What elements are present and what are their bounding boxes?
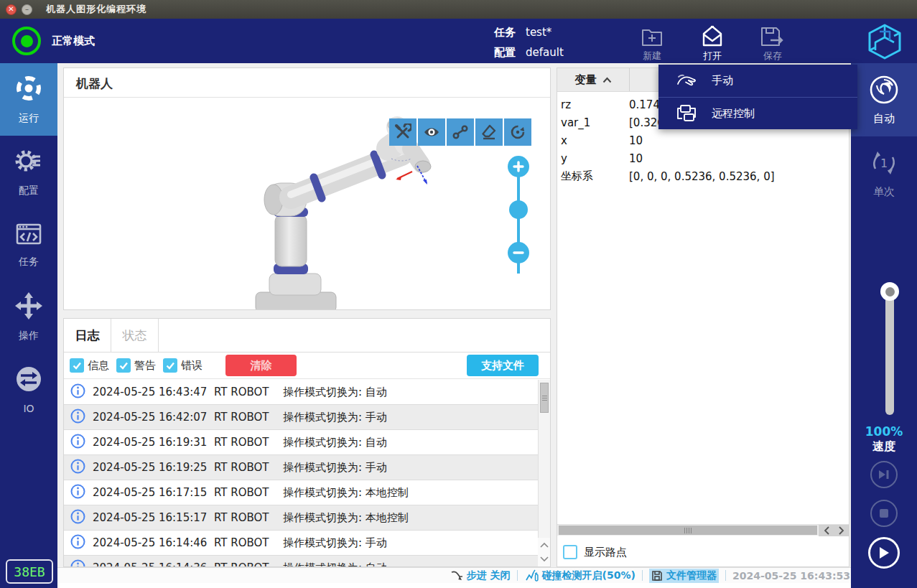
clear-log-button[interactable]: 清除 [225, 355, 297, 376]
statusbar-divider [517, 570, 518, 581]
variable-value: [0, 0, 0, 0.5236, 0.5236, 0] [629, 170, 849, 183]
visibility-button[interactable] [418, 118, 445, 146]
log-entry[interactable]: 2024-05-25 16:14:46 RT ROBOT 操作模式切换为: 手动 [64, 531, 538, 556]
single-run-label: 单次 [873, 185, 895, 199]
log-entry[interactable]: 2024-05-25 16:43:47 RT ROBOT 操作模式切换为: 自动 [64, 380, 538, 405]
close-icon[interactable]: ✕ [6, 4, 17, 15]
eraser-icon [480, 123, 498, 141]
variables-header-cell[interactable]: 变量 [557, 68, 630, 91]
log-entry[interactable]: 2024-05-25 16:19:25 RT ROBOT 操作模式切换为: 手动 [64, 455, 538, 480]
bottom-strip [57, 583, 851, 588]
operation-mode-menu: 手动 远程控制 [658, 65, 857, 129]
tab-status[interactable]: 状态 [111, 319, 159, 352]
log-source: RT ROBOT [214, 386, 283, 398]
variable-row[interactable]: y 10 [557, 149, 849, 167]
log-source: RT ROBOT [214, 536, 283, 549]
variables-hscrollbar-thumb[interactable] [559, 526, 817, 535]
log-message: 操作模式切换为: 本地控制 [283, 511, 538, 525]
file-manager-button[interactable]: 文件管理器 [649, 569, 719, 583]
log-entry[interactable]: 2024-05-25 16:17:15 RT ROBOT 操作模式切换为: 本地… [64, 480, 538, 505]
log-message: 操作模式切换为: 自动 [283, 436, 538, 449]
sidebar-item-config[interactable]: 配置 [0, 136, 57, 208]
app-header: 正常模式 任务 test* 配置 default 新建 [0, 19, 917, 63]
log-scrollbar-thumb[interactable] [540, 383, 549, 413]
log-source: RT ROBOT [214, 411, 283, 424]
scroll-right-button[interactable] [834, 525, 849, 536]
log-source: RT ROBOT [214, 561, 283, 567]
step-next-button[interactable] [870, 461, 898, 488]
collision-detect-toggle[interactable]: 碰撞检测开启(50%) [524, 569, 636, 582]
variable-row[interactable]: 坐标系 [0, 0, 0, 0.5236, 0.5236, 0] [557, 167, 849, 185]
rotate-view-button[interactable] [504, 118, 531, 146]
step-mode-label: 步进 关闭 [467, 569, 511, 582]
tab-log[interactable]: 日志 [64, 319, 111, 352]
log-message: 操作模式切换为: 手动 [283, 536, 538, 550]
step-mode-toggle[interactable]: 步进 关闭 [450, 569, 511, 582]
new-task-button[interactable]: 新建 [632, 23, 672, 62]
run-icon [14, 74, 43, 106]
checked-checkbox-icon [116, 358, 131, 373]
sidebar-item-operate[interactable]: 操作 [0, 281, 57, 353]
sidebar-operate-label: 操作 [19, 330, 39, 342]
log-list: 2024-05-25 16:43:47 RT ROBOT 操作模式切换为: 自动… [64, 380, 538, 566]
play-button[interactable] [868, 537, 900, 569]
zoom-slider-handle[interactable] [509, 200, 528, 219]
log-entry[interactable]: 2024-05-25 16:42:07 RT ROBOT 操作模式切换为: 手动 [64, 405, 538, 430]
speed-slider-track[interactable] [885, 291, 894, 415]
eraser-button[interactable] [475, 118, 503, 146]
task-label: 任务 [494, 26, 516, 39]
scroll-down-button[interactable] [538, 552, 550, 566]
sidebar-item-io[interactable]: IO [0, 353, 57, 426]
info-icon [70, 459, 85, 477]
log-entry[interactable]: 2024-05-25 16:15:17 RT ROBOT 操作模式切换为: 本地… [64, 505, 538, 531]
sidebar-config-label: 配置 [19, 185, 39, 197]
log-time: 2024-05-25 16:17:15 [93, 486, 210, 499]
variable-row[interactable]: x 10 [557, 131, 849, 149]
scroll-left-button[interactable] [819, 525, 834, 536]
zoom-in-button[interactable] [508, 156, 529, 177]
auto-mode-button[interactable]: 自动 [851, 63, 917, 136]
filter-info-checkbox[interactable]: 信息 [70, 358, 109, 373]
normal-mode-indicator-icon [12, 27, 41, 55]
log-time: 2024-05-25 16:19:25 [93, 461, 210, 474]
minus-icon [513, 247, 524, 258]
minimize-icon[interactable]: – [22, 4, 32, 15]
log-message: 操作模式切换为: 手动 [283, 461, 538, 475]
log-source: RT ROBOT [214, 461, 283, 474]
new-folder-icon [641, 23, 664, 47]
menu-item-manual[interactable]: 手动 [658, 65, 857, 97]
info-icon [70, 383, 85, 401]
brand-logo [865, 23, 904, 60]
task-value: test* [526, 26, 551, 39]
zoom-out-button[interactable] [508, 242, 529, 263]
filter-warning-checkbox[interactable]: 警告 [116, 358, 156, 373]
open-task-button[interactable]: 打开 [692, 23, 732, 62]
menu-item-remote[interactable]: 远程控制 [658, 97, 857, 129]
single-run-button[interactable]: 1 单次 [851, 136, 917, 210]
support-file-button[interactable]: 支持文件 [467, 355, 539, 376]
task-field[interactable]: 任务 test* [494, 26, 551, 39]
speed-slider-handle[interactable] [880, 282, 899, 301]
variables-hscrollbar[interactable] [557, 524, 849, 536]
robot-3d-viewport[interactable] [64, 98, 550, 309]
show-waypoints-checkbox[interactable]: 显示路点 [563, 545, 627, 559]
menu-manual-label: 手动 [712, 74, 733, 88]
filter-error-checkbox[interactable]: 错误 [163, 358, 203, 373]
log-entry[interactable]: 2024-05-25 16:19:31 RT ROBOT 操作模式切换为: 自动 [64, 430, 538, 455]
sidebar-item-run[interactable]: 运行 [0, 63, 57, 136]
app-window: ✕ – 机器人图形化编程环境 正常模式 任务 test* 配置 default … [0, 0, 917, 588]
save-task-button[interactable]: 保存 [753, 23, 793, 62]
os-titlebar: ✕ – 机器人图形化编程环境 [0, 0, 917, 19]
tools-button[interactable] [389, 118, 416, 146]
config-field[interactable]: 配置 default [494, 46, 564, 60]
sidebar-task-label: 任务 [19, 256, 39, 269]
rotate-icon [509, 123, 526, 141]
stop-button[interactable] [870, 500, 898, 527]
scroll-up-button[interactable] [538, 538, 550, 552]
log-entry[interactable]: 2024-05-25 16:14:36 RT ROBOT 操作模式切换为: 自动 [64, 556, 538, 567]
filter-info-label: 信息 [88, 359, 109, 373]
log-time: 2024-05-25 16:43:47 [93, 386, 210, 398]
path-button[interactable] [447, 118, 474, 146]
log-source: RT ROBOT [214, 486, 283, 499]
sidebar-item-task[interactable]: 任务 [0, 208, 57, 281]
